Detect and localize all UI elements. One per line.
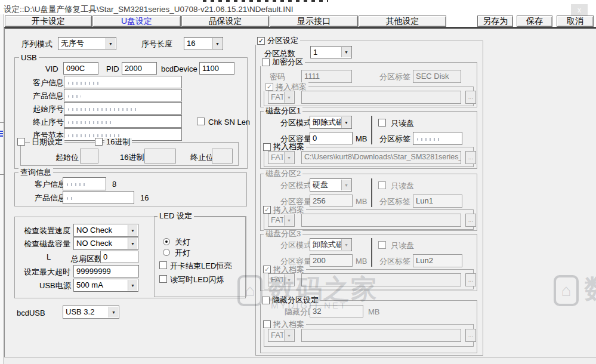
p1-disk-label-label: 分区标签 [379,134,410,143]
chevron-down-icon[interactable]: ▼ [212,38,222,49]
hex-checkbox[interactable] [95,138,103,146]
usb-power-select[interactable]: 500 mA▼ [73,279,138,292]
bcddevice-field[interactable]: 1100 [199,62,234,75]
query-product-field[interactable] [63,191,134,204]
p2-divider [371,178,372,207]
hidden-copy-files-checkbox[interactable] [263,320,271,328]
bcdusb-select[interactable]: USB 3.2▼ [63,306,119,319]
enc-copy-files-title: 拷入档案 [264,82,308,91]
cancel-button[interactable]: 取消 [557,16,594,27]
sn-length-value: 16 [187,39,212,48]
chk-sn-len-checkbox[interactable] [197,118,205,125]
p1-readonly-checkbox[interactable] [378,119,386,127]
query-customer-label: 客户信息 [35,180,66,189]
p1-readonly-label: 只读盘 [391,119,414,128]
tab-card-settings[interactable]: 开卡设定 [5,16,92,27]
p1-mode-select[interactable]: 卸除式磁盘▼ [310,116,352,129]
enc-filesystem-select: FAT▼ [268,91,295,104]
p1-disk-label-field[interactable] [413,132,462,145]
window-title: 设定::D:\U盘量产修复工具\Star_SM3281series_U0708-… [4,4,293,15]
total-sectors-field[interactable]: 0 [100,251,138,263]
p3-capacity-label: 分区容量 [280,257,311,266]
customer-info-field[interactable] [64,76,182,88]
led-on-radio[interactable] [163,249,170,256]
tab-other-settings[interactable]: 其他设定 [359,16,446,27]
partition-total-label: 分区总数 [264,49,295,58]
p2-capacity-field: 256 [310,195,353,207]
total-sectors-label: 总扇区数 [71,254,102,263]
date-settings-checkbox[interactable] [17,138,25,146]
chevron-down-icon[interactable]: ▼ [128,280,137,291]
p3-disk-label-field: Lun2 [413,254,462,267]
encrypted-partition-checkbox[interactable] [262,58,270,66]
max-timeout-field[interactable]: 99999999 [73,265,139,277]
tab-udisk-settings[interactable]: U盘设定 [92,16,181,27]
password-label: 密码 [270,72,285,81]
close-icon[interactable]: x [571,4,588,17]
p3-divider [371,238,372,267]
led-on-label: 开灯 [175,248,190,257]
p2-disk-label-label: 分区标签 [379,197,410,206]
p1-divider [371,116,372,144]
product-info-field[interactable] [64,89,182,101]
check-capacity-label: 检查磁盘容量 [24,239,70,248]
led-end-solid-checkbox[interactable] [159,261,167,269]
max-timeout-label: 设定最大超时 [24,267,70,276]
encrypted-partition-title: 加密分区 [260,58,305,66]
led-off-radio[interactable] [163,238,170,245]
pid-label: PID [106,64,119,73]
chevron-down-icon: ▼ [284,330,294,341]
p3-mb-label: MB [356,257,368,266]
check-capacity-select[interactable]: NO Check▼ [73,237,138,250]
vid-field[interactable]: 090C [63,62,98,75]
chevron-down-icon[interactable]: ▼ [106,38,115,49]
led-rw-blink-checkbox[interactable] [159,275,167,283]
usb-power-label: USB电源 [39,281,71,290]
query-customer-field[interactable] [63,177,106,190]
p2-mb-label: MB [356,197,368,206]
p1-filesystem-select: FAT▼ [268,151,295,164]
p3-filesystem-select: FAT▼ [268,273,295,286]
p3-browse-button: ... [465,273,476,286]
p3-copy-files-checkbox[interactable] [263,266,271,273]
hex-field[interactable] [144,149,176,164]
chk-sn-len-label: Chk SN Len [208,118,250,127]
p2-copy-files-checkbox[interactable] [263,206,271,214]
chevron-down-icon[interactable]: ▼ [109,307,118,317]
end-pos-field[interactable] [212,149,233,164]
chevron-down-icon[interactable]: ▼ [128,225,137,236]
serial-mode-select[interactable]: 无序号 ▼ [58,37,116,50]
p2-capacity-label: 分区容量 [280,197,311,206]
tab-qa-settings[interactable]: 品保设定 [181,16,269,27]
hidden-partition-checkbox[interactable] [262,297,270,304]
save-as-button[interactable]: 另存为 [477,16,513,27]
p1-capacity-field[interactable]: 0 [310,132,353,144]
pid-field[interactable]: 2000 [122,62,157,75]
chevron-down-icon: ▼ [341,180,351,190]
query-customer-length: 8 [112,180,116,189]
p1-copy-files-checkbox[interactable] [263,143,271,151]
chevron-down-icon: ▼ [284,215,294,226]
chevron-down-icon: ▼ [284,92,294,103]
hex-field-label: 16进制 [120,153,144,162]
sn-start-field[interactable] [64,102,182,115]
disk-partition3-title: 磁盘分区3 [264,230,302,238]
chevron-down-icon[interactable]: ▼ [341,47,351,57]
p1-mode-label: 分区模式 [280,118,311,127]
check-speed-select[interactable]: NO Check▼ [73,224,138,237]
partition-settings-checkbox[interactable] [257,37,265,45]
p2-readonly-checkbox [378,181,386,189]
partition-total-select[interactable]: 1▼ [310,46,352,58]
check-speed-label: 检查装置速度 [24,226,70,235]
p3-capacity-field: 200 [310,254,353,267]
start-pos-field[interactable] [80,149,98,164]
chevron-down-icon[interactable]: ▼ [341,117,351,128]
sn-end-field[interactable] [64,115,182,128]
chevron-down-icon[interactable]: ▼ [128,238,137,249]
save-button[interactable]: 保存 [517,16,552,27]
serial-mode-value: 无序号 [61,39,105,48]
p3-mode-select: 卸除式磁盘▼ [310,238,352,251]
sn-length-select[interactable]: 16 ▼ [184,37,223,50]
p2-mode-select: 硬盘▼ [310,178,352,192]
tab-display-interface[interactable]: 显示接口 [270,16,358,27]
